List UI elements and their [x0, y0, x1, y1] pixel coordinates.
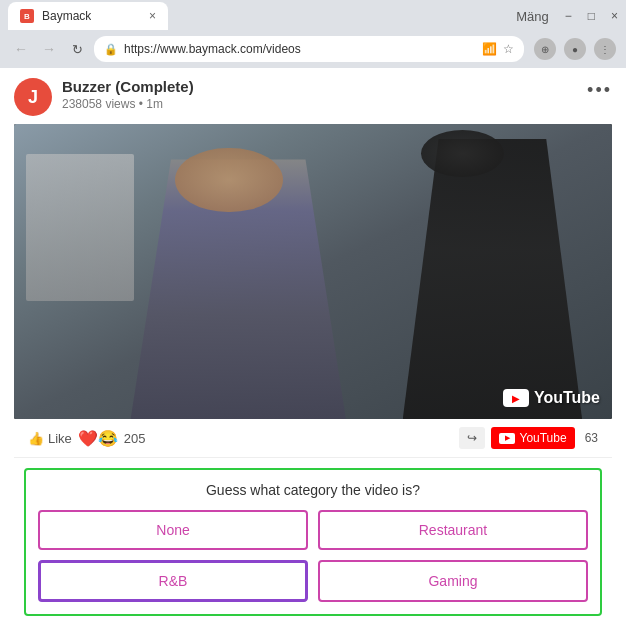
video-thumbnail[interactable]: YouTube — [14, 124, 612, 419]
like-label: Like — [48, 431, 72, 446]
category-gaming-button[interactable]: Gaming — [318, 560, 588, 602]
video-container: J Buzzer (Complete) 238058 views • 1m ••… — [0, 68, 626, 616]
avatar: J — [14, 78, 52, 116]
like-section: 👍 Like ❤️ 😂 205 — [28, 429, 146, 448]
tab-title: Baymack — [42, 9, 91, 23]
video-title: Buzzer (Complete) — [62, 78, 587, 95]
heart-reaction: ❤️ — [78, 429, 98, 448]
laugh-reaction: 😂 — [98, 429, 118, 448]
tab-favicon: B — [20, 9, 34, 23]
forward-button[interactable]: → — [38, 38, 60, 60]
back-button[interactable]: ← — [10, 38, 32, 60]
category-none-button[interactable]: None — [38, 510, 308, 550]
address-bar: ← → ↻ 🔒 https://www.baymack.com/videos 📶… — [0, 32, 626, 68]
profile-button[interactable]: ● — [564, 38, 586, 60]
secure-icon: 🔒 — [104, 43, 118, 56]
minimize-button[interactable]: − — [565, 9, 572, 23]
browser-chrome: B Baymack × Mäng − □ × ← → ↻ 🔒 https://w… — [0, 0, 626, 68]
youtube-watermark: YouTube — [503, 389, 600, 407]
video-scene — [14, 124, 612, 419]
reaction-icons: ❤️ 😂 — [78, 429, 118, 448]
title-bar: B Baymack × Mäng − □ × — [0, 0, 626, 32]
url-actions: 📶 ☆ — [482, 42, 514, 56]
youtube-share-label: YouTube — [519, 431, 566, 445]
share-button[interactable]: ↪ — [459, 427, 485, 449]
youtube-logo-icon — [503, 389, 529, 407]
youtube-brand-text: YouTube — [534, 389, 600, 407]
url-text: https://www.baymack.com/videos — [124, 42, 301, 56]
scene-prop-fridge — [26, 154, 134, 302]
window-controls: − □ × — [565, 9, 618, 23]
star-icon[interactable]: ☆ — [503, 42, 514, 56]
mang-icon: Mäng — [516, 9, 549, 24]
tab-close-button[interactable]: × — [149, 9, 156, 23]
category-rnb-button[interactable]: R&B — [38, 560, 308, 602]
category-section: Guess what category the video is? None R… — [24, 468, 602, 616]
category-grid: None Restaurant R&B Gaming — [38, 510, 588, 602]
share-section: ↪ ▶ YouTube 63 — [459, 427, 598, 449]
time-ago: 1m — [146, 97, 163, 111]
youtube-share-icon: ▶ — [499, 433, 515, 444]
share-arrow-icon: ↪ — [467, 431, 477, 445]
scene-head-right — [421, 130, 505, 177]
action-bar: 👍 Like ❤️ 😂 205 ↪ ▶ YouTube 63 — [14, 419, 612, 458]
title-bar-controls: Mäng − □ × — [516, 9, 618, 24]
category-restaurant-button[interactable]: Restaurant — [318, 510, 588, 550]
refresh-button[interactable]: ↻ — [66, 38, 88, 60]
extensions-button[interactable]: ⊕ — [534, 38, 556, 60]
menu-button[interactable]: ⋮ — [594, 38, 616, 60]
browser-tab[interactable]: B Baymack × — [8, 2, 168, 30]
youtube-share-button[interactable]: ▶ YouTube — [491, 427, 574, 449]
browser-action-buttons: ⊕ ● ⋮ — [534, 38, 616, 60]
view-count: 238058 views — [62, 97, 135, 111]
scene-head — [175, 148, 283, 213]
share-count: 63 — [585, 431, 598, 445]
more-options-button[interactable]: ••• — [587, 80, 612, 101]
video-header: J Buzzer (Complete) 238058 views • 1m ••… — [14, 78, 612, 116]
url-bar[interactable]: 🔒 https://www.baymack.com/videos 📶 ☆ — [94, 36, 524, 62]
category-question: Guess what category the video is? — [38, 482, 588, 498]
video-stats: 238058 views • 1m — [62, 97, 587, 111]
close-window-button[interactable]: × — [611, 9, 618, 23]
maximize-button[interactable]: □ — [588, 9, 595, 23]
video-meta: Buzzer (Complete) 238058 views • 1m — [62, 78, 587, 111]
thumbs-up-icon: 👍 — [28, 431, 44, 446]
like-button[interactable]: 👍 Like — [28, 431, 72, 446]
like-count: 205 — [124, 431, 146, 446]
page-content: J Buzzer (Complete) 238058 views • 1m ••… — [0, 68, 626, 640]
cast-icon[interactable]: 📶 — [482, 42, 497, 56]
